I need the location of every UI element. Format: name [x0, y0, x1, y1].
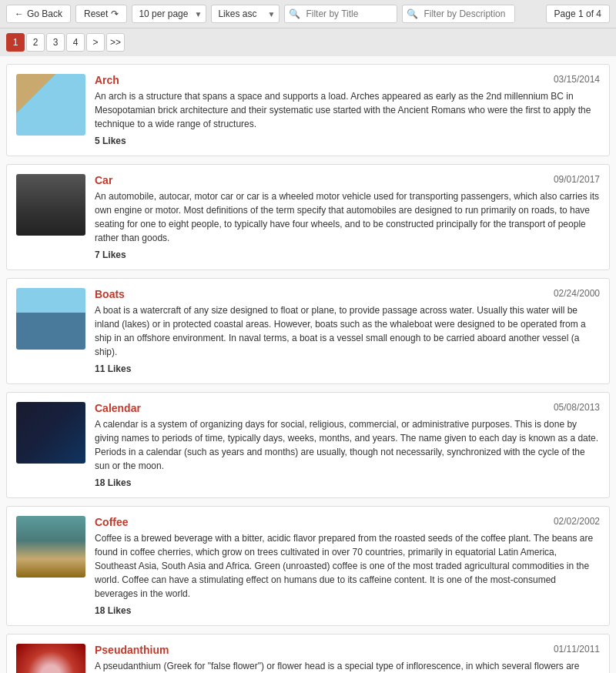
- sort-select[interactable]: Likes asc Likes desc Date asc Date desc …: [211, 5, 280, 23]
- article-likes-calendar: 18 Likes: [95, 477, 600, 488]
- desc-search-input[interactable]: [422, 5, 514, 22]
- article-thumb-pseudanthium: [16, 644, 85, 673]
- reset-icon: ↷: [111, 8, 119, 19]
- reset-button[interactable]: Reset ↷: [75, 5, 127, 23]
- content-area: Arch 03/15/2014 An arch is a structure t…: [0, 56, 616, 673]
- article-header-car: Car 09/01/2017: [95, 174, 600, 186]
- article-date-arch: 03/15/2014: [554, 74, 600, 85]
- article-date-boats: 02/24/2000: [554, 288, 600, 299]
- title-search-input[interactable]: [304, 5, 397, 22]
- article-body-calendar: Calendar 05/08/2013 A calendar is a syst…: [95, 402, 600, 488]
- article-header-boats: Boats 02/24/2000: [95, 288, 600, 300]
- article-title-arch[interactable]: Arch: [95, 74, 119, 86]
- reset-label: Reset: [84, 8, 108, 19]
- page-btn-3[interactable]: 3: [46, 33, 65, 52]
- article-title-calendar[interactable]: Calendar: [95, 402, 141, 414]
- article-thumb-car: [16, 174, 85, 236]
- article-title-boats[interactable]: Boats: [95, 288, 125, 300]
- article-thumb-arch: [16, 74, 85, 136]
- article-header-pseudanthium: Pseudanthium 01/11/2011: [95, 644, 600, 656]
- article-title-car[interactable]: Car: [95, 174, 112, 186]
- article-likes-car: 7 Likes: [95, 249, 600, 260]
- article-title-pseudanthium[interactable]: Pseudanthium: [95, 644, 169, 656]
- article-header-calendar: Calendar 05/08/2013: [95, 402, 600, 414]
- article-item: Calendar 05/08/2013 A calendar is a syst…: [6, 392, 610, 498]
- next-page-btn[interactable]: >: [86, 33, 105, 52]
- last-page-btn[interactable]: >>: [106, 33, 125, 52]
- article-body-boats: Boats 02/24/2000 A boat is a watercraft …: [95, 288, 600, 374]
- top-toolbar: ← Go Back Reset ↷ 10 per page 20 per pag…: [0, 0, 616, 28]
- article-desc-pseudanthium: A pseudanthium (Greek for "false flower"…: [95, 659, 600, 673]
- title-search-wrap: 🔍: [284, 5, 397, 23]
- per-page-select-wrap: 10 per page 20 per page 50 per page ▼: [132, 5, 206, 23]
- arrow-left-icon: ←: [15, 8, 24, 19]
- desc-search-icon: 🔍: [403, 5, 422, 22]
- article-desc-coffee: Coffee is a brewed beverage with a bitte…: [95, 531, 600, 601]
- article-date-pseudanthium: 01/11/2011: [554, 644, 600, 655]
- article-body-pseudanthium: Pseudanthium 01/11/2011 A pseudanthium (…: [95, 644, 600, 673]
- article-header-arch: Arch 03/15/2014: [95, 74, 600, 86]
- article-date-calendar: 05/08/2013: [554, 402, 600, 413]
- article-item: Arch 03/15/2014 An arch is a structure t…: [6, 64, 610, 156]
- article-header-coffee: Coffee 02/02/2002: [95, 516, 600, 528]
- article-likes-arch: 5 Likes: [95, 136, 600, 146]
- article-body-arch: Arch 03/15/2014 An arch is a structure t…: [95, 74, 600, 146]
- article-desc-boats: A boat is a watercraft of any size desig…: [95, 303, 600, 359]
- article-thumb-boats: [16, 288, 85, 350]
- article-thumb-coffee: [16, 516, 85, 578]
- article-body-coffee: Coffee 02/02/2002 Coffee is a brewed bev…: [95, 516, 600, 616]
- back-button[interactable]: ← Go Back: [6, 5, 71, 23]
- article-thumb-calendar: [16, 402, 85, 464]
- article-desc-arch: An arch is a structure that spans a spac…: [95, 89, 600, 131]
- per-page-select[interactable]: 10 per page 20 per page 50 per page: [132, 5, 206, 23]
- article-date-car: 09/01/2017: [554, 174, 600, 185]
- title-search-icon: 🔍: [285, 5, 304, 22]
- article-item: Car 09/01/2017 An automobile, autocar, m…: [6, 164, 610, 270]
- page-btn-1[interactable]: 1: [6, 33, 25, 52]
- sort-select-wrap: Likes asc Likes desc Date asc Date desc …: [211, 5, 280, 23]
- desc-search-wrap: 🔍: [402, 5, 515, 23]
- page-btn-4[interactable]: 4: [66, 33, 85, 52]
- article-desc-car: An automobile, autocar, motor car or car…: [95, 189, 600, 245]
- article-likes-boats: 11 Likes: [95, 363, 600, 374]
- page-btn-2[interactable]: 2: [26, 33, 45, 52]
- article-item: Boats 02/24/2000 A boat is a watercraft …: [6, 278, 610, 384]
- article-body-car: Car 09/01/2017 An automobile, autocar, m…: [95, 174, 600, 260]
- article-date-coffee: 02/02/2002: [554, 516, 600, 527]
- article-desc-calendar: A calendar is a system of organizing day…: [95, 417, 600, 473]
- article-item: Pseudanthium 01/11/2011 A pseudanthium (…: [6, 634, 610, 673]
- article-title-coffee[interactable]: Coffee: [95, 516, 129, 528]
- article-likes-coffee: 18 Likes: [95, 605, 600, 616]
- back-label: Go Back: [27, 8, 62, 19]
- top-pagination: 1 2 3 4 > >>: [0, 28, 616, 56]
- article-item: Coffee 02/02/2002 Coffee is a brewed bev…: [6, 506, 610, 626]
- page-info: Page 1 of 4: [546, 5, 610, 23]
